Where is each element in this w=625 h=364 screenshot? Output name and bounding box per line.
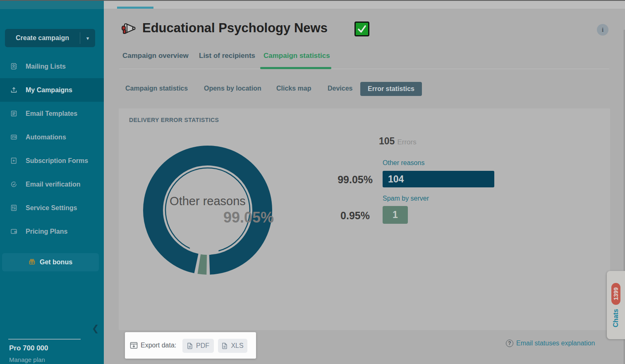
- error-percent-other-reasons: 99.05%: [326, 174, 373, 186]
- tab-list-of-recipients[interactable]: List of recipients: [199, 52, 255, 60]
- export-pdf-button[interactable]: PDF: [182, 339, 214, 353]
- donut-center-percent: 99.05%: [141, 209, 274, 226]
- sidebar-item-pricing-plans[interactable]: Pricing Plans: [0, 220, 104, 243]
- tabs-divider: [119, 69, 609, 69]
- sidebar: Create campaign ▾ Mailing Lists My Campa…: [0, 9, 104, 364]
- email-statuses-label: Email statuses explanation: [516, 340, 595, 347]
- sidebar-item-mailing-lists[interactable]: Mailing Lists: [0, 55, 104, 78]
- app-root: Create campaign ▾ Mailing Lists My Campa…: [0, 0, 625, 364]
- tab-campaign-statistics[interactable]: Campaign statistics: [263, 52, 330, 60]
- tab-campaign-overview[interactable]: Campaign overview: [122, 52, 189, 60]
- error-value-spam: 1: [393, 209, 398, 220]
- campaign-status-check-icon: [354, 22, 369, 36]
- sidebar-item-subscription-forms[interactable]: Subscription Forms: [0, 149, 104, 172]
- sidebar-item-label: Service Settings: [26, 204, 77, 212]
- plan-name: Pro 700 000: [9, 344, 48, 352]
- email-verification-icon: [10, 181, 17, 188]
- megaphone-icon: [121, 22, 137, 38]
- chevron-down-icon[interactable]: ▾: [80, 35, 95, 41]
- pricing-plans-icon: [10, 228, 17, 235]
- my-campaigns-icon: [10, 86, 17, 94]
- sidebar-collapse-button[interactable]: ❮: [92, 323, 102, 334]
- get-bonus-label: Get bonus: [40, 259, 72, 266]
- stats-tab-devices[interactable]: Devices: [328, 85, 353, 92]
- error-row-label-other-reasons: Other reasons: [383, 159, 424, 167]
- xls-button-label: XLS: [231, 342, 243, 350]
- sidebar-divider: [8, 339, 81, 340]
- stats-tab-opens-by-location[interactable]: Opens by location: [204, 85, 261, 92]
- export-download-icon: [130, 342, 138, 351]
- sidebar-item-email-templates[interactable]: Email Templates: [0, 102, 104, 125]
- sidebar-item-my-campaigns[interactable]: My Campaigns: [0, 78, 104, 102]
- sidebar-item-label: My Campaigns: [26, 86, 72, 94]
- content-top-tab-indicator: [117, 7, 153, 9]
- manage-plan-link[interactable]: Manage plan: [9, 356, 45, 363]
- sidebar-item-automations[interactable]: Automations: [0, 125, 104, 149]
- donut-center-label: Other reasons: [141, 194, 274, 208]
- gift-icon: [29, 258, 36, 267]
- error-percent-spam: 0.95%: [326, 210, 370, 222]
- create-campaign-button[interactable]: Create campaign ▾: [5, 29, 95, 47]
- chevron-left-icon: ❮: [92, 323, 99, 333]
- sidebar-top-strip: [0, 1, 104, 9]
- subscription-forms-icon: [10, 157, 17, 165]
- stats-tab-error-statistics[interactable]: Error statistics: [360, 82, 422, 96]
- sidebar-item-label: Mailing Lists: [26, 63, 66, 70]
- question-icon: ?: [506, 340, 513, 347]
- page-title: Educational Psychology News: [142, 21, 328, 36]
- sidebar-item-label: Email verification: [26, 181, 81, 188]
- info-glyph: i: [602, 26, 603, 34]
- error-bar-spam-by-server: 1: [383, 206, 408, 224]
- chats-widget-inner: Chats 1399: [607, 271, 625, 339]
- create-campaign-label: Create campaign: [5, 34, 80, 42]
- chats-unread-badge: 1399: [611, 283, 620, 305]
- pdf-button-label: PDF: [196, 342, 209, 350]
- email-templates-icon: [10, 110, 17, 117]
- sidebar-item-email-verification[interactable]: Email verification: [0, 172, 104, 196]
- export-label: Export data:: [141, 342, 176, 349]
- total-errors: 105Errors: [379, 136, 417, 147]
- export-xls-button[interactable]: XLS: [218, 339, 247, 353]
- stats-tab-clicks-map[interactable]: Clicks map: [276, 85, 311, 92]
- service-settings-icon: [10, 204, 17, 212]
- error-value-other-reasons: 104: [388, 174, 404, 184]
- sidebar-item-label: Email Templates: [26, 110, 77, 117]
- chats-widget[interactable]: Chats 1399: [607, 271, 625, 339]
- question-glyph: ?: [508, 340, 511, 346]
- sidebar-item-service-settings[interactable]: Service Settings: [0, 196, 104, 220]
- chats-label: Chats: [612, 309, 620, 327]
- content-top-strip: [104, 1, 625, 9]
- active-tab-underline: [260, 67, 331, 69]
- info-icon[interactable]: i: [597, 24, 608, 36]
- donut-segment-spam-by-server: [198, 254, 207, 275]
- get-bonus-button[interactable]: Get bonus: [2, 253, 99, 271]
- sidebar-item-label: Automations: [26, 134, 66, 141]
- automations-icon: [10, 134, 17, 141]
- mailing-lists-icon: [10, 63, 17, 70]
- sidebar-item-label: Pricing Plans: [26, 228, 67, 235]
- sidebar-nav: Mailing Lists My Campaigns Email Templat…: [0, 55, 104, 243]
- total-errors-value: 105: [379, 136, 395, 146]
- panel-heading: DELIVERY ERROR STATISTICS: [129, 117, 219, 123]
- donut-center-text: Other reasons 99.05%: [141, 194, 274, 226]
- error-row-label-spam: Spam by server: [383, 195, 429, 202]
- sidebar-item-label: Subscription Forms: [26, 157, 88, 165]
- error-bar-other-reasons: 104: [383, 171, 494, 187]
- email-statuses-link[interactable]: ? Email statuses explanation: [506, 340, 595, 347]
- stats-tab-campaign-statistics[interactable]: Campaign statistics: [125, 85, 188, 92]
- total-errors-label: Errors: [397, 138, 416, 146]
